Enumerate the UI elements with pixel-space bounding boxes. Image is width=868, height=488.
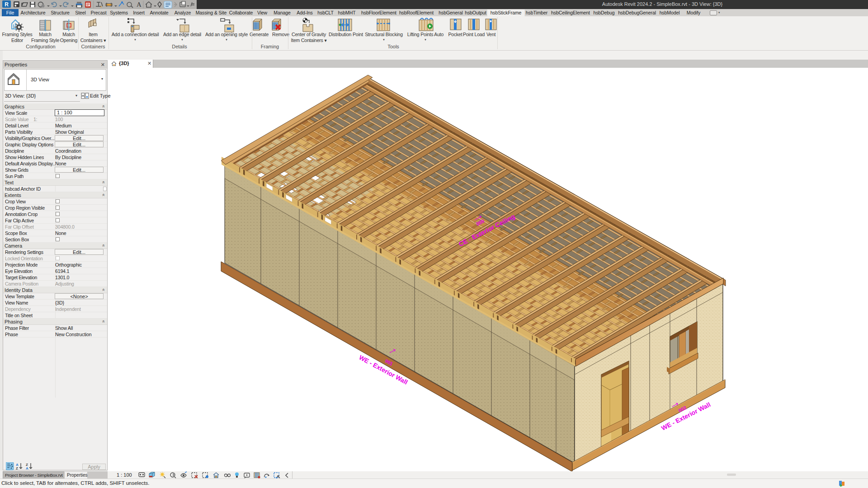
svg-text:R: R [5, 1, 9, 8]
svg-text:A: A [26, 466, 28, 470]
svg-text:Z: Z [16, 466, 18, 470]
svg-text:A: A [137, 1, 142, 8]
